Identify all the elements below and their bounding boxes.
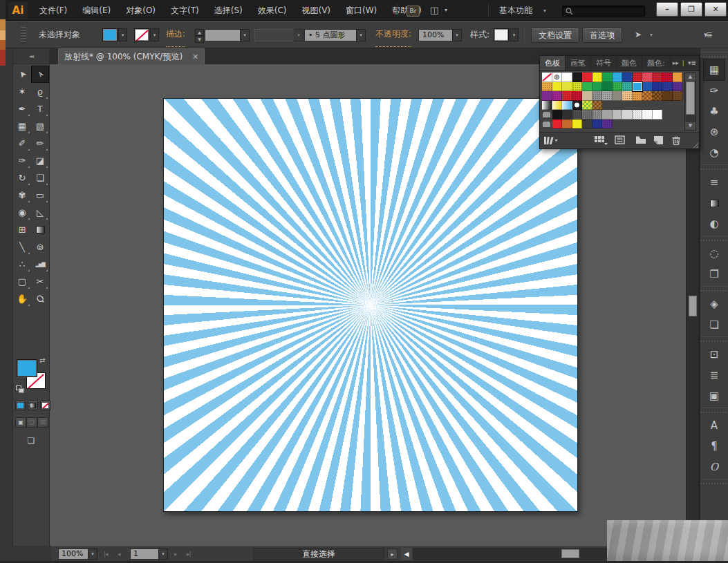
swatch[interactable]: [542, 91, 552, 101]
swatch[interactable]: [582, 82, 592, 92]
artboard-number-field[interactable]: 1: [130, 548, 159, 560]
swatch[interactable]: [642, 110, 653, 120]
new-swatch-button[interactable]: [653, 135, 664, 146]
align-panel-icon[interactable]: ≣: [704, 365, 725, 385]
zoom-tool[interactable]: Ϙ: [31, 290, 49, 307]
artboard-tool[interactable]: ▢: [13, 273, 31, 290]
close-button[interactable]: ✕: [704, 2, 727, 17]
chevron-down-icon[interactable]: ▾: [650, 32, 653, 38]
swatch[interactable]: [552, 120, 563, 129]
stroke-panel-icon[interactable]: ≡: [704, 172, 725, 193]
mesh-tool[interactable]: ⊞: [13, 221, 31, 238]
brush-definition-field[interactable]: • 5 点圆形: [304, 29, 357, 41]
pencil-tool[interactable]: ✏: [31, 135, 49, 152]
opacity-link[interactable]: 不透明度:: [375, 21, 411, 47]
swatch[interactable]: [653, 82, 663, 92]
swatch[interactable]: [572, 91, 583, 101]
swatch-selected[interactable]: [633, 82, 643, 92]
stroke-color-swatch[interactable]: [134, 28, 149, 41]
gradient-mode-button[interactable]: [28, 401, 38, 410]
menu-选择[interactable]: 选择(S): [207, 0, 250, 21]
free-transform-tool[interactable]: ▭: [31, 187, 49, 204]
swatch[interactable]: [552, 91, 563, 101]
new-color-group-button[interactable]: [635, 135, 646, 146]
previous-artboard-icon[interactable]: ◂: [118, 548, 120, 560]
swatch[interactable]: [673, 91, 683, 101]
swatch[interactable]: [653, 91, 663, 101]
swatch[interactable]: [562, 73, 572, 82]
artboard-number-dropdown[interactable]: ▾: [158, 548, 168, 560]
swatch[interactable]: [642, 82, 653, 92]
fill-color-swatch[interactable]: [102, 28, 118, 41]
draw-inside-button[interactable]: 回: [37, 417, 48, 428]
shape-builder-tool[interactable]: ◉: [13, 204, 31, 221]
swatch[interactable]: [582, 110, 592, 120]
color-group-folder-icon[interactable]: [542, 110, 552, 120]
screen-mode-button[interactable]: ❏: [24, 435, 39, 447]
rotate-tool[interactable]: ↻: [13, 169, 31, 187]
horizontal-scrollbar-thumb[interactable]: [561, 549, 579, 558]
swatch[interactable]: [572, 110, 583, 120]
swatch[interactable]: [653, 110, 663, 120]
swatch[interactable]: [662, 91, 673, 101]
swatch[interactable]: [602, 82, 613, 92]
swatch[interactable]: [592, 120, 603, 129]
swatch[interactable]: [552, 110, 563, 120]
maximize-button[interactable]: ❐: [680, 2, 702, 17]
close-tab-icon[interactable]: ✕: [192, 53, 198, 61]
swatch[interactable]: [562, 120, 572, 129]
selection-tool[interactable]: ➤: [13, 66, 31, 83]
pathfinder-panel-icon[interactable]: ▣: [704, 385, 725, 406]
brushes-panel-icon[interactable]: ✑: [704, 80, 725, 101]
swatch[interactable]: [562, 91, 572, 101]
swatch[interactable]: [613, 73, 623, 82]
swatches-scrollbar[interactable]: ▲ ▼: [684, 73, 696, 131]
character-panel-icon[interactable]: A: [704, 415, 725, 436]
swatch[interactable]: [602, 110, 613, 120]
vertical-scrollbar-thumb[interactable]: [689, 296, 697, 316]
swatch[interactable]: [622, 82, 633, 92]
scroll-up-icon[interactable]: ▲: [685, 73, 696, 81]
swatch[interactable]: [572, 101, 583, 111]
swatch[interactable]: [673, 73, 683, 82]
menu-对象[interactable]: 对象(O): [118, 0, 163, 21]
swatch[interactable]: [633, 110, 643, 120]
color-mode-button[interactable]: [15, 401, 26, 410]
width-tool[interactable]: ✾: [13, 187, 31, 204]
swatch[interactable]: [642, 73, 653, 82]
menu-文件[interactable]: 文件(F): [32, 0, 75, 21]
eyedropper-tool[interactable]: ╲: [13, 238, 31, 256]
delete-swatch-button[interactable]: [671, 135, 681, 147]
rectangular-grid-tool[interactable]: ▦: [13, 117, 31, 135]
menu-窗口[interactable]: 窗口(W): [338, 0, 384, 21]
swatch[interactable]: [602, 91, 613, 101]
transparency-panel-icon[interactable]: ◐: [704, 213, 725, 234]
select-similar-icon[interactable]: ➤: [635, 30, 642, 39]
style-dropdown[interactable]: ▾: [510, 28, 519, 41]
symbol-sprayer-tool[interactable]: ∴: [13, 256, 31, 273]
swatch-registration[interactable]: ⊕: [552, 73, 563, 82]
workspace-switcher[interactable]: 基本功能: [499, 0, 532, 21]
appearance-panel-icon[interactable]: ◌: [704, 243, 725, 264]
rectangle-tool[interactable]: ▧: [31, 117, 49, 135]
slice-tool[interactable]: ✂: [31, 273, 49, 290]
stroke-color-dropdown[interactable]: ▾: [150, 28, 159, 41]
color-group-folder-icon[interactable]: [542, 120, 552, 129]
tab-颜色:[interactable]: 颜色:: [642, 56, 671, 70]
fill-color-dropdown[interactable]: ▾: [118, 28, 127, 41]
panel-resize-grip[interactable]: [691, 141, 698, 148]
swatch[interactable]: [622, 110, 633, 120]
brush-definition-dropdown[interactable]: ▾: [356, 29, 366, 41]
fill-proxy-chip[interactable]: [17, 359, 37, 377]
blend-tool[interactable]: ⊚: [31, 238, 49, 256]
stepper-down-icon[interactable]: ▼: [195, 36, 204, 43]
swatch[interactable]: [642, 91, 653, 101]
swap-fill-stroke-icon[interactable]: ⇄: [39, 356, 45, 364]
gradient-tool[interactable]: [31, 221, 49, 238]
next-artboard-icon[interactable]: ▸: [174, 548, 177, 560]
swatch-libraries-button[interactable]: [543, 135, 559, 147]
hscroll-left-icon[interactable]: ◀: [401, 548, 412, 560]
first-artboard-icon[interactable]: |◂: [104, 548, 108, 560]
swatch[interactable]: [572, 82, 583, 92]
swatches-panel-icon[interactable]: ▦: [704, 59, 725, 80]
